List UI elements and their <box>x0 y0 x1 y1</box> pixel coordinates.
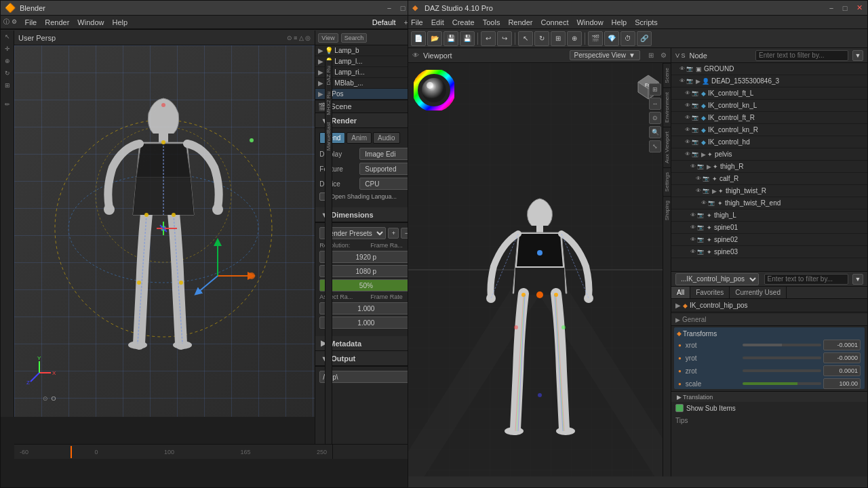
node-row-thigh-twist-r[interactable]: 👁 📷 ▶ ✦ thigh_twist_R <box>671 185 867 197</box>
tool-cursor-icon[interactable]: ✛ <box>2 45 13 56</box>
node-row-ik-kn-l[interactable]: 👁 📷 ◆ IK_control_kn_L <box>671 100 867 112</box>
scale-value[interactable] <box>823 378 861 389</box>
res-y-input[interactable] <box>319 265 412 277</box>
tool-timeline-btn[interactable]: ⏱ <box>620 31 635 46</box>
vp-sidetab-settings[interactable]: Settings <box>663 167 671 196</box>
zrot-value[interactable] <box>823 365 861 376</box>
node-row-ik-kn-r[interactable]: 👁 📷 ◆ IK_control_kn_R <box>671 124 867 136</box>
daz-maximize-btn[interactable]: □ <box>840 3 850 13</box>
node-row-thigh-r[interactable]: 👁 📷 ▶ ✦ thigh_R <box>671 161 867 173</box>
tool-new-scene-btn[interactable]: 📄 <box>411 31 426 46</box>
render-tab-anim[interactable]: Anim <box>347 132 372 144</box>
xrot-value[interactable] <box>823 340 861 350</box>
vp-sidetab-shaping[interactable]: Shaping <box>663 196 671 224</box>
tool-annotate-icon[interactable]: ✏ <box>2 101 13 112</box>
filter-all-tab[interactable]: All <box>671 287 690 298</box>
yrot-value[interactable] <box>823 352 861 363</box>
blender-menu-window[interactable]: Window <box>77 18 104 26</box>
side-tab-mhx2-ru[interactable]: MHX2 Ru <box>325 89 332 118</box>
aspect-y-input[interactable] <box>319 317 412 329</box>
node-filter-btn[interactable]: ▼ <box>852 50 863 61</box>
node-row-dead[interactable]: 👁 📷 ▶ 👤 DEAD_1535300846_3 <box>671 75 867 87</box>
output-path-input[interactable] <box>319 371 409 383</box>
zrot-slider[interactable] <box>743 369 821 372</box>
render-tab-audio[interactable]: Audio <box>373 132 400 144</box>
node-row-ik-ft-r[interactable]: 👁 📷 ◆ IK_control_ft_R <box>671 112 867 124</box>
params-filter-btn[interactable]: ▼ <box>852 274 863 285</box>
node-row-ground[interactable]: 👁 📷 ▣ GROUND <box>671 63 867 75</box>
res-pct-input[interactable] <box>319 279 412 291</box>
daz-close-btn[interactable]: ✕ <box>854 3 863 13</box>
viewport-tool-2-btn[interactable]: ↔ <box>649 98 661 110</box>
tool-rotate-icon[interactable]: ↻ <box>2 70 13 81</box>
tool-select-icon[interactable]: ↖ <box>2 33 13 44</box>
daz-menu-tools[interactable]: Tools <box>483 18 500 26</box>
vp-sidetab-aux-viewport[interactable]: Aux Viewport <box>663 127 671 167</box>
tool-node-editor-btn[interactable]: 🔗 <box>637 31 652 46</box>
blender-menu-help[interactable]: Help <box>112 18 127 26</box>
blender-menu-file[interactable]: File <box>25 18 37 26</box>
daz-menu-file[interactable]: File <box>411 18 423 26</box>
daz-menu-window[interactable]: Window <box>576 18 603 26</box>
side-tab-manuelbast[interactable]: ManuelBast <box>325 119 332 153</box>
perspective-selector[interactable]: Perspective View ▼ <box>570 50 640 60</box>
tool-translate-btn[interactable]: ⊕ <box>567 31 582 46</box>
timeline-track[interactable]: -60 0 100 165 250 <box>14 445 333 459</box>
viewport-settings-icon[interactable]: ⚙ <box>660 52 667 59</box>
daz-menu-edit[interactable]: Edit <box>431 18 444 26</box>
render-tab-rend[interactable]: Rend <box>319 132 345 144</box>
side-tab-daz-ru[interactable]: DAZ Ru <box>325 63 332 87</box>
node-row-thigh-l[interactable]: 👁 📷 ✦ thigh_L <box>671 209 867 222</box>
daz-menu-scripts[interactable]: Scripts <box>635 18 658 26</box>
tool-select-btn[interactable]: ↖ <box>518 31 533 46</box>
vp-sidetab-scene[interactable]: Scene <box>663 63 671 87</box>
tool-save-btn[interactable]: 💾 <box>443 31 458 46</box>
viewport-tool-4-btn[interactable]: 🔍 <box>649 126 661 138</box>
blender-minimize-btn[interactable]: − <box>384 3 394 13</box>
tool-rotate-btn[interactable]: ↻ <box>534 31 549 46</box>
node-row-ik-ft-l[interactable]: 👁 📷 ◆ IK_control_ft_L <box>671 87 867 100</box>
daz-viewport-body[interactable]: Front ⊞ ↔ ⊙ 🔍 ⤡ Scene Environment Aux Vi… <box>408 63 671 476</box>
res-x-input[interactable] <box>319 251 412 263</box>
tool-render-btn[interactable]: 🎬 <box>588 31 603 46</box>
scale-slider[interactable] <box>743 382 821 385</box>
node-row-thigh-twist-r-end[interactable]: 👁 📷 ✦ thigh_twist_R_end <box>671 197 867 209</box>
viewport-tool-5-btn[interactable]: ⤡ <box>649 140 661 152</box>
show-sub-items-checkbox[interactable] <box>675 404 684 412</box>
view-btn[interactable]: View <box>318 33 338 43</box>
render-presets-add-btn[interactable]: + <box>388 228 399 239</box>
node-row-pelvis[interactable]: 👁 📷 ▶ ✦ pelvis <box>671 148 867 161</box>
filter-favorites-tab[interactable]: Favorites <box>690 287 730 298</box>
tool-redo-btn[interactable]: ↪ <box>497 31 512 46</box>
tool-undo-btn[interactable]: ↩ <box>481 31 496 46</box>
params-node-select[interactable]: ...IK_control_hip_pos <box>675 273 759 285</box>
tool-move-icon[interactable]: ⊕ <box>2 58 13 68</box>
tool-iray-btn[interactable]: 💎 <box>604 31 619 46</box>
node-row-spine03[interactable]: 👁 📷 ✦ spine03 <box>671 246 867 258</box>
blender-menu-render[interactable]: Render <box>45 18 69 26</box>
search-btn[interactable]: Search <box>341 33 368 43</box>
daz-minimize-btn[interactable]: − <box>827 3 836 13</box>
tool-save-as-btn[interactable]: 💾 <box>460 31 475 46</box>
node-row-calf-r[interactable]: 👁 📷 ✦ calf_R <box>671 173 867 185</box>
node-search-input[interactable] <box>755 50 848 61</box>
vp-sidetab-environment[interactable]: Environment <box>663 87 671 127</box>
viewport-tool-1-btn[interactable]: ⊞ <box>649 83 661 96</box>
xrot-slider[interactable] <box>743 344 821 346</box>
node-row-spine02[interactable]: 👁 📷 ✦ spine02 <box>671 234 867 246</box>
viewport-maximize-icon[interactable]: ⊞ <box>648 52 654 59</box>
node-row-spine01[interactable]: 👁 📷 ✦ spine01 <box>671 222 867 234</box>
aspect-x-input[interactable] <box>319 302 412 314</box>
viewport-body[interactable]: X Y Z ⊙ O <box>14 45 315 417</box>
blender-maximize-btn[interactable]: □ <box>398 3 408 13</box>
daz-menu-connect[interactable]: Connect <box>541 18 569 26</box>
tool-scale-icon[interactable]: ⊞ <box>2 82 13 93</box>
general-group-header[interactable]: ▶ General <box>671 314 867 326</box>
params-search-input[interactable] <box>764 274 849 285</box>
yrot-slider[interactable] <box>743 357 821 359</box>
transforms-group-header[interactable]: ◆ Transforms <box>674 327 865 340</box>
filter-currently-used-tab[interactable]: Currently Used <box>730 287 787 298</box>
viewport-tool-3-btn[interactable]: ⊙ <box>649 112 661 124</box>
daz-menu-render[interactable]: Render <box>508 18 532 26</box>
node-row-ik-hd[interactable]: 👁 📷 ◆ IK_control_hd <box>671 136 867 148</box>
